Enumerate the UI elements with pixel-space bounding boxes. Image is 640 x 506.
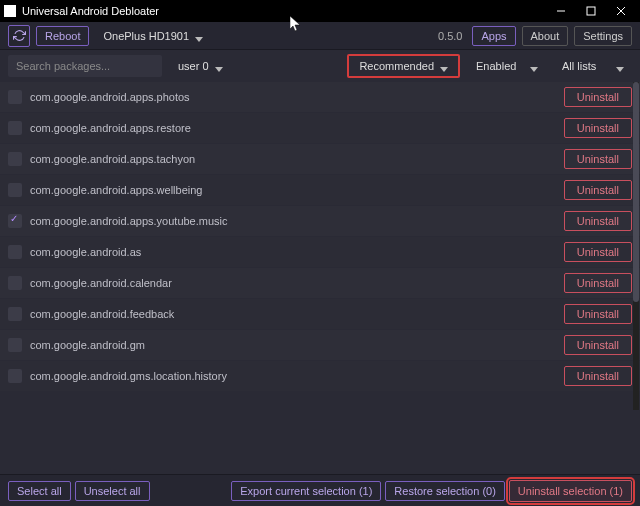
chevron-down-icon [215,62,223,70]
uninstall-button[interactable]: Uninstall [564,366,632,386]
package-checkbox[interactable] [8,214,22,228]
package-row[interactable]: com.google.android.apps.wellbeingUninsta… [0,175,640,205]
package-checkbox[interactable] [8,276,22,290]
package-checkbox[interactable] [8,152,22,166]
version-label: 0.5.0 [438,30,462,42]
uninstall-button[interactable]: Uninstall [564,87,632,107]
reboot-button[interactable]: Reboot [36,26,89,46]
package-name: com.google.android.apps.wellbeing [30,184,556,196]
app-icon [4,5,16,17]
device-dropdown[interactable]: OnePlus HD1901 [95,27,211,45]
package-name: com.google.android.gms.location.history [30,370,556,382]
package-name: com.google.android.apps.tachyon [30,153,556,165]
titlebar: Universal Android Debloater [0,0,640,22]
search-input[interactable] [8,55,162,77]
package-checkbox[interactable] [8,338,22,352]
package-row[interactable]: com.google.android.gms.location.historyU… [0,361,640,391]
scrollbar-thumb[interactable] [633,82,639,302]
close-button[interactable] [606,1,636,21]
about-button[interactable]: About [522,26,569,46]
uninstall-button[interactable]: Uninstall [564,242,632,262]
uninstall-selection-button[interactable]: Uninstall selection (1) [509,480,632,502]
package-row[interactable]: com.google.android.apps.restoreUninstall [0,113,640,143]
package-checkbox[interactable] [8,90,22,104]
chevron-down-icon [440,62,448,70]
chevron-down-icon [195,32,203,40]
list-filter-dropdown[interactable]: Recommended [351,57,456,75]
uninstall-button[interactable]: Uninstall [564,211,632,231]
package-checkbox[interactable] [8,183,22,197]
package-row[interactable]: com.google.android.feedbackUninstall [0,299,640,329]
uninstall-button[interactable]: Uninstall [564,180,632,200]
minimize-button[interactable] [546,1,576,21]
main-toolbar: Reboot OnePlus HD1901 0.5.0 Apps About S… [0,22,640,50]
uninstall-button[interactable]: Uninstall [564,335,632,355]
export-selection-button[interactable]: Export current selection (1) [231,481,381,501]
user-dropdown[interactable]: user 0 [170,57,231,75]
package-name: com.google.android.calendar [30,277,556,289]
package-name: com.google.android.feedback [30,308,556,320]
window-title: Universal Android Debloater [22,5,546,17]
device-label: OnePlus HD1901 [103,30,189,42]
package-name: com.google.android.apps.photos [30,91,556,103]
chevron-down-icon [616,62,624,70]
settings-button[interactable]: Settings [574,26,632,46]
package-checkbox[interactable] [8,121,22,135]
unselect-all-button[interactable]: Unselect all [75,481,150,501]
filter-bar: user 0 Recommended Enabled All lists [0,50,640,82]
package-checkbox[interactable] [8,307,22,321]
package-list: com.google.android.apps.photosUninstallc… [0,82,640,412]
package-name: com.google.android.apps.youtube.music [30,215,556,227]
package-checkbox[interactable] [8,369,22,383]
svg-rect-1 [587,7,595,15]
bottom-bar: Select all Unselect all Export current s… [0,474,640,506]
package-name: com.google.android.as [30,246,556,258]
restore-selection-button[interactable]: Restore selection (0) [385,481,505,501]
uninstall-button[interactable]: Uninstall [564,304,632,324]
chevron-down-icon [530,62,538,70]
refresh-button[interactable] [8,25,30,47]
apps-button[interactable]: Apps [472,26,515,46]
uninstall-button[interactable]: Uninstall [564,149,632,169]
package-row[interactable]: com.google.android.apps.youtube.musicUni… [0,206,640,236]
package-row[interactable]: com.google.android.calendarUninstall [0,268,640,298]
status-filter-dropdown[interactable]: Enabled [468,57,546,75]
scope-filter-dropdown[interactable]: All lists [554,57,632,75]
package-name: com.google.android.apps.restore [30,122,556,134]
package-row[interactable]: com.google.android.apps.photosUninstall [0,82,640,112]
package-row[interactable]: com.google.android.asUninstall [0,237,640,267]
uninstall-button[interactable]: Uninstall [564,273,632,293]
scrollbar[interactable] [633,82,639,410]
package-row[interactable]: com.google.android.gmUninstall [0,330,640,360]
package-name: com.google.android.gm [30,339,556,351]
uninstall-button[interactable]: Uninstall [564,118,632,138]
maximize-button[interactable] [576,1,606,21]
package-row[interactable]: com.google.android.apps.tachyonUninstall [0,144,640,174]
select-all-button[interactable]: Select all [8,481,71,501]
package-checkbox[interactable] [8,245,22,259]
